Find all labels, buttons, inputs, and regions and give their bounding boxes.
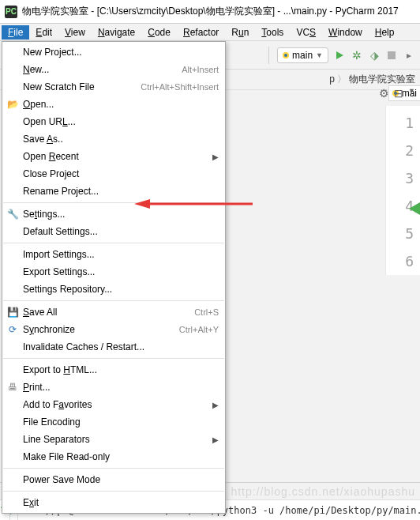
floppy-icon: 💾 (6, 306, 19, 318)
menu-entry[interactable]: 💾Save AllCtrl+S (2, 303, 225, 321)
menu-entry[interactable]: Line Separators▶ (2, 431, 225, 448)
menu-separator (3, 300, 224, 301)
line-number: 3 (386, 164, 420, 192)
printer-icon: 🖶 (6, 381, 19, 394)
menu-entry-label: Settings Repository... (23, 284, 219, 295)
breadcrumb[interactable]: p〉物电学院实验室 (329, 73, 415, 86)
line-number: 6 (386, 247, 420, 275)
menu-separator (3, 202, 224, 203)
menu-separator (3, 358, 224, 359)
menu-entry[interactable]: Save As.. (2, 130, 225, 148)
menu-item[interactable]: Tools (255, 25, 290, 40)
menu-item[interactable]: Edit (29, 25, 58, 40)
menu-entry-label: New Project... (23, 47, 219, 58)
line-number-gutter: 123456 (385, 106, 420, 275)
menu-item[interactable]: Window (322, 25, 369, 40)
menu-entry[interactable]: 📂Open... (2, 96, 225, 113)
menu-entry-label: Open URL... (23, 116, 219, 127)
menu-entry[interactable]: Settings Repository... (2, 281, 225, 298)
menu-item[interactable]: VCS (290, 25, 322, 40)
menu-shortcut: Ctrl+S (194, 307, 219, 317)
menu-entry[interactable]: Default Settings... (2, 223, 225, 240)
menu-entry-label: Close Project (23, 168, 219, 179)
toolbar-more-button[interactable]: ▸ (403, 49, 415, 62)
menu-entry[interactable]: Export Settings... (2, 263, 225, 281)
menu-entry[interactable]: Open Recent▶ (2, 148, 225, 165)
menu-entry[interactable]: Rename Project... (2, 183, 225, 200)
run-config-selector[interactable]: main ▼ (277, 47, 328, 63)
menu-shortcut: Ctrl+Alt+Shift+Insert (141, 82, 219, 92)
line-number: 5 (386, 220, 420, 247)
pycharm-app-icon: PC (5, 6, 17, 18)
menu-entry-label: New... (23, 64, 182, 75)
run-config-name: main (292, 50, 313, 61)
menu-entry[interactable]: Make File Read-only (2, 448, 225, 465)
title-bar: PC 物电学院实验室 - [C:\Users\zmcity\Desktop\物电… (0, 0, 420, 24)
breadcrumb-project: 物电学院实验室 (349, 73, 415, 85)
stop-button[interactable] (385, 49, 398, 62)
breadcrumb-segment-prefix: p (329, 73, 335, 85)
menu-entry[interactable]: Close Project (2, 165, 225, 183)
chevron-right-icon: ▶ (212, 401, 219, 409)
menu-entry[interactable]: 🖶Print... (2, 379, 225, 396)
toolbar-separator (268, 47, 269, 64)
menu-entry[interactable]: Exit (2, 494, 225, 511)
menu-entry[interactable]: Open URL... (2, 113, 225, 130)
menu-entry[interactable]: Add to Favorites▶ (2, 396, 225, 413)
menu-entry[interactable]: ⟳SynchronizeCtrl+Alt+Y (2, 321, 225, 338)
gear-icon[interactable]: ⚙ (379, 87, 389, 100)
menu-separator (3, 468, 224, 469)
menu-entry-label: Rename Project... (23, 186, 219, 197)
window-title: 物电学院实验室 - [C:\Users\zmcity\Desktop\物电学院实… (22, 5, 415, 18)
menu-entry-label: Import Settings... (23, 249, 219, 260)
menu-separator (3, 243, 224, 243)
run-button[interactable] (333, 49, 346, 62)
menu-entry-label: Default Settings... (23, 226, 219, 237)
menu-entry-label: New Scratch File (23, 81, 141, 92)
wrench-icon: 🔧 (6, 208, 19, 220)
menu-entry-label: Open Recent (23, 151, 219, 162)
menu-entry-label: Synchronize (23, 324, 179, 335)
menu-entry[interactable]: Import Settings... (2, 246, 225, 263)
menu-entry-label: Exit (23, 497, 219, 508)
python-icon (283, 52, 289, 58)
menu-entry[interactable]: 🔧Settings... (2, 205, 225, 223)
menu-entry[interactable]: Power Save Mode (2, 471, 225, 488)
menu-item[interactable]: File (2, 25, 29, 40)
menu-item[interactable]: View (58, 25, 92, 40)
menu-separator (3, 491, 224, 492)
menu-entry-label: Power Save Mode (23, 474, 219, 485)
menu-entry[interactable]: Invalidate Caches / Restart... (2, 338, 225, 356)
menu-item[interactable]: Code (141, 25, 177, 40)
debug-button[interactable]: ✲ (351, 49, 363, 62)
chevron-down-icon[interactable]: ▼ (408, 87, 415, 100)
menu-entry[interactable]: New Scratch FileCtrl+Alt+Shift+Insert (2, 78, 225, 96)
menu-entry-label: Save As.. (23, 134, 219, 145)
editor-top-icons: ⚙ ⊟ ▼ (379, 87, 415, 100)
menu-item[interactable]: Help (369, 25, 401, 40)
run-gutter-marker-icon[interactable] (409, 202, 420, 215)
run-coverage-button[interactable]: ⬗ (368, 49, 381, 62)
menu-entry-label: Print... (23, 382, 219, 393)
menu-item[interactable]: Refactor (177, 25, 225, 40)
line-number: 2 (386, 137, 420, 164)
menu-bar: FileEditViewNavigateCodeRefactorRunTools… (0, 24, 420, 41)
menu-item[interactable]: Run (225, 25, 255, 40)
split-icon[interactable]: ⊟ (394, 87, 403, 100)
menu-entry[interactable]: Export to HTML... (2, 361, 225, 379)
menu-shortcut: Alt+Insert (182, 65, 219, 74)
menu-entry-label: Invalidate Caches / Restart... (23, 341, 219, 352)
menu-entry[interactable]: New...Alt+Insert (2, 61, 225, 78)
folder-open-icon: 📂 (6, 98, 19, 111)
menu-entry-label: Export to HTML... (23, 364, 219, 375)
menu-entry[interactable]: New Project... (2, 43, 225, 61)
menu-entry-label: Export Settings... (23, 266, 219, 277)
menu-entry-label: Make File Read-only (23, 451, 219, 462)
menu-shortcut: Ctrl+Alt+Y (179, 325, 219, 334)
menu-entry-label: Save All (23, 307, 194, 318)
menu-entry[interactable]: File Encoding (2, 413, 225, 431)
line-number: 1 (386, 109, 420, 137)
stop-icon (388, 51, 396, 59)
menu-item[interactable]: Navigate (92, 25, 141, 40)
chevron-right-icon: ▶ (212, 435, 219, 444)
